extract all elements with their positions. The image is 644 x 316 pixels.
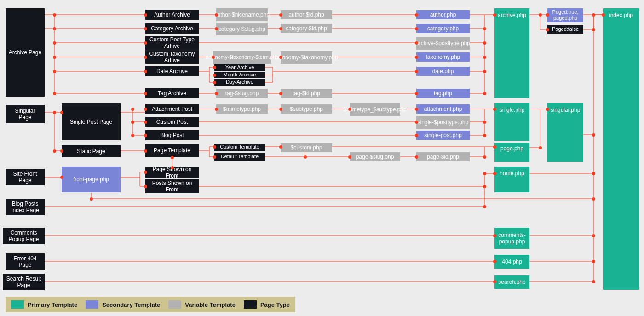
date-archive: Date Archive bbox=[145, 66, 199, 76]
single-post-page: Single Post Page bbox=[62, 103, 121, 140]
category-archive: Category Archive bbox=[145, 23, 199, 34]
404-php: 404.php bbox=[494, 255, 529, 269]
search-php: search.php bbox=[494, 275, 529, 289]
category-php: category.php bbox=[416, 24, 470, 33]
mimetype-subtype-php: $mimetype_$subtype.php bbox=[350, 103, 400, 116]
day-archive: Day-Archive bbox=[214, 79, 265, 86]
posts-shown-on-front: Posts Shown on Front bbox=[145, 179, 199, 193]
taxonomy-term-php: taxonomy-$taxonomy-$term.php bbox=[213, 51, 271, 64]
taxonomy-php: taxonomy.php bbox=[416, 52, 470, 62]
blog-posts-index-page: Blog Posts Index Page bbox=[6, 199, 45, 215]
default-template: Default Template bbox=[214, 153, 265, 161]
category-id-php: category-$id.php bbox=[281, 24, 332, 33]
tag-archive: Tag Archive bbox=[145, 88, 199, 98]
date-php: date.php bbox=[416, 67, 470, 76]
archive-page: Archive Page bbox=[6, 8, 45, 97]
cpt-archive: Custom Post Type Arhive bbox=[145, 36, 199, 50]
page-template: Page Template bbox=[145, 144, 199, 157]
author-php: author.php bbox=[416, 10, 470, 19]
archive-php: archive.php bbox=[494, 8, 529, 98]
custom-php: $custom.php bbox=[281, 143, 332, 152]
custom-post: Custom Post bbox=[145, 117, 199, 127]
paged-true: Paged:true, paged.php bbox=[547, 8, 583, 22]
category-slug-php: category-$slug.php bbox=[216, 23, 268, 35]
tag-id-php: tag-$id.php bbox=[281, 89, 332, 98]
singular-php: singular.php bbox=[547, 103, 583, 162]
author-id-php: author-$id.php bbox=[281, 10, 332, 19]
tag-php: tag.php bbox=[416, 89, 470, 98]
custom-template: Custom Template bbox=[214, 144, 265, 151]
page-id-php: page-$id.php bbox=[416, 152, 470, 161]
error-404-page: Error 404 Page bbox=[6, 253, 45, 270]
static-page: Static Page bbox=[62, 145, 121, 157]
attachment-php: attachment.php bbox=[416, 104, 470, 114]
comments-popup-page: Comments Popup Page bbox=[3, 228, 45, 244]
mimetype-php: $mimetype.php bbox=[216, 104, 268, 114]
month-archive: Month-Archive bbox=[214, 72, 265, 78]
paged-false: Paged:false bbox=[547, 25, 583, 34]
legend-primary: Primary Template bbox=[11, 300, 77, 309]
year-archive: Year-Archive bbox=[214, 64, 265, 71]
taxonomy-taxonomy-php: taxonomy-$taxonomy.php bbox=[281, 51, 332, 64]
legend-variable: Variable Template bbox=[168, 300, 236, 309]
front-page-php: front-page.php bbox=[62, 167, 121, 192]
index-php: index.php bbox=[603, 8, 639, 290]
tag-slug-php: tag-$slug.php bbox=[216, 89, 268, 98]
page-php: page.php bbox=[494, 143, 529, 162]
blog-post: Blog Post bbox=[145, 130, 199, 140]
custom-taxonomy-archive: Custom Taxonomy Arhive bbox=[145, 50, 199, 64]
site-front-page: Site Front Page bbox=[6, 169, 45, 185]
single-posttype-php: single-$posttype.php bbox=[416, 116, 470, 129]
search-result-page: Search Result Page bbox=[3, 274, 45, 290]
author-archive: Author Archive bbox=[145, 10, 199, 20]
legend-pagetype: Page Type bbox=[244, 300, 290, 309]
singular-page: Singular Page bbox=[6, 105, 45, 123]
home-php: home.php bbox=[494, 167, 529, 192]
page-slug-php: page-$slug.php bbox=[350, 152, 400, 161]
single-php: single.php bbox=[494, 103, 529, 141]
attachment-post: Attachment Post bbox=[145, 104, 199, 114]
author-nicename-php: author-$nicename.php bbox=[216, 8, 268, 21]
legend-secondary: Secondary Template bbox=[86, 300, 160, 309]
single-post-php: single-post.php bbox=[416, 131, 470, 140]
subtype-php: $subtype.php bbox=[281, 104, 332, 114]
archive-posttype-php: archive-$posttype.php bbox=[416, 37, 470, 50]
comments-popup-php: comments-popup.php bbox=[494, 228, 529, 249]
legend: Primary Template Secondary Template Vari… bbox=[6, 297, 295, 312]
